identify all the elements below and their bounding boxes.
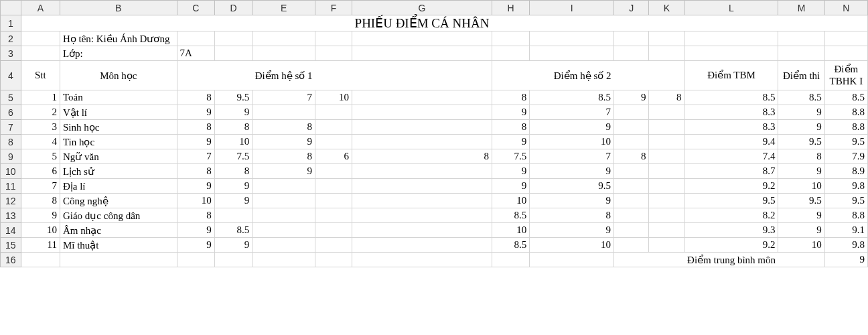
row-header-1[interactable]: 1 (1, 15, 21, 31)
cell-h1-3[interactable] (252, 179, 315, 194)
cell-h1-1[interactable]: 9 (177, 238, 214, 253)
cell-tbhk[interactable]: 8.5 (824, 90, 867, 105)
cell-stt[interactable]: 11 (21, 238, 60, 253)
cell-tbhk[interactable]: 9.8 (824, 179, 867, 194)
cell-h1-2[interactable] (214, 208, 252, 223)
cell-h1-1[interactable]: 8 (177, 90, 214, 105)
cell-h2-4[interactable] (649, 208, 684, 223)
cell-stt[interactable]: 3 (21, 120, 60, 135)
spreadsheet-grid[interactable]: A B C D E F G H I J K L M N 1 PHIẾU ĐIỂM… (0, 0, 868, 267)
page-title[interactable]: PHIẾU ĐIỂM CÁ NHÂN (352, 15, 492, 31)
cell-h1-4[interactable] (315, 238, 352, 253)
hdr-mon[interactable]: Môn học (60, 61, 177, 90)
class-value[interactable]: 7A (177, 46, 214, 61)
row-header-13[interactable]: 13 (1, 208, 21, 223)
cell-h2-3[interactable] (614, 179, 649, 194)
col-header-L[interactable]: L (684, 1, 778, 15)
cell-tbm[interactable]: 8.3 (684, 105, 778, 120)
cell-tbhk[interactable]: 8.8 (824, 105, 867, 120)
cell-h2-2[interactable]: 8.5 (530, 90, 614, 105)
cell-h1-2[interactable]: 9 (214, 194, 252, 208)
cell-h2-4[interactable] (649, 149, 684, 164)
cell-h1-3[interactable] (252, 194, 315, 208)
cell-thi[interactable]: 9 (778, 105, 824, 120)
cell-tbhk[interactable]: 8.9 (824, 164, 867, 179)
cell-h2-1[interactable]: 8.5 (492, 238, 529, 253)
cell-h1-5[interactable] (352, 238, 492, 253)
cell-h2-2[interactable]: 9 (530, 194, 614, 208)
cell-h1-4[interactable]: 6 (315, 149, 352, 164)
row-header-3[interactable]: 3 (1, 46, 21, 61)
row-header-16[interactable]: 16 (1, 253, 21, 267)
row-header-10[interactable]: 10 (1, 164, 21, 179)
cell-tbhk[interactable]: 8.8 (824, 120, 867, 135)
cell-tbhk[interactable]: 8.8 (824, 208, 867, 223)
cell-h2-2[interactable]: 8 (530, 208, 614, 223)
cell-h1-1[interactable]: 9 (177, 105, 214, 120)
cell-h1-4[interactable] (315, 105, 352, 120)
cell-tbm[interactable]: 7.4 (684, 149, 778, 164)
cell-h2-2[interactable]: 9 (530, 120, 614, 135)
cell-tbm[interactable]: 8.3 (684, 120, 778, 135)
cell-h1-4[interactable] (315, 120, 352, 135)
cell-h2-4[interactable] (649, 223, 684, 238)
cell-tbhk[interactable]: 9.8 (824, 238, 867, 253)
cell-h1-5[interactable] (352, 105, 492, 120)
cell-h2-3[interactable] (614, 120, 649, 135)
cell-h2-1[interactable]: 7.5 (492, 149, 529, 164)
cell-tbm[interactable]: 9.5 (684, 194, 778, 208)
col-header-D[interactable]: D (214, 1, 252, 15)
cell-thi[interactable]: 8.5 (778, 90, 824, 105)
cell-thi[interactable]: 9.5 (778, 135, 824, 149)
cell-h1-4[interactable] (315, 164, 352, 179)
cell-tbm[interactable]: 8.7 (684, 164, 778, 179)
class-label[interactable]: Lớp: (60, 46, 177, 61)
row-header-14[interactable]: 14 (1, 223, 21, 238)
row-header-4[interactable]: 4 (1, 61, 21, 90)
cell-h2-2[interactable]: 10 (530, 135, 614, 149)
footer-value[interactable]: 9 (824, 253, 867, 267)
row-header-5[interactable]: 5 (1, 90, 21, 105)
cell-h1-5[interactable] (352, 120, 492, 135)
cell-h1-5[interactable] (352, 194, 492, 208)
col-header-A[interactable]: A (21, 1, 60, 15)
row-header-2[interactable]: 2 (1, 31, 21, 46)
cell-h1-5[interactable] (352, 208, 492, 223)
cell-subject-name[interactable]: Toán (60, 90, 177, 105)
cell-h2-4[interactable] (649, 238, 684, 253)
row-header-12[interactable]: 12 (1, 194, 21, 208)
cell-h2-1[interactable]: 9 (492, 105, 529, 120)
cell-h1-5[interactable] (352, 135, 492, 149)
row-header-7[interactable]: 7 (1, 120, 21, 135)
cell-h1-5[interactable] (352, 90, 492, 105)
cell-h2-2[interactable]: 9 (530, 164, 614, 179)
cell-h1-3[interactable] (252, 238, 315, 253)
cell-h1-2[interactable]: 10 (214, 135, 252, 149)
cell-thi[interactable]: 8 (778, 149, 824, 164)
cell-h2-1[interactable]: 10 (492, 194, 529, 208)
cell-h2-1[interactable]: 10 (492, 223, 529, 238)
row-header-9[interactable]: 9 (1, 149, 21, 164)
cell-h1-1[interactable]: 8 (177, 208, 214, 223)
cell-h2-4[interactable] (649, 105, 684, 120)
cell-h2-1[interactable]: 9 (492, 164, 529, 179)
cell-stt[interactable]: 8 (21, 194, 60, 208)
cell-tbm[interactable]: 8.2 (684, 208, 778, 223)
cell-h2-2[interactable]: 9.5 (530, 179, 614, 194)
cell-h2-4[interactable] (649, 194, 684, 208)
cell-h1-1[interactable]: 10 (177, 194, 214, 208)
cell-h1-5[interactable] (352, 164, 492, 179)
cell-h1-1[interactable]: 7 (177, 149, 214, 164)
cell-h1-3[interactable]: 8 (252, 120, 315, 135)
cell-h1-3[interactable] (252, 223, 315, 238)
cell-h1-2[interactable]: 8 (214, 164, 252, 179)
cell-h2-1[interactable]: 9 (492, 135, 529, 149)
cell-subject-name[interactable]: Tin học (60, 135, 177, 149)
cell-h1-5[interactable] (352, 179, 492, 194)
cell-tbhk[interactable]: 9.5 (824, 135, 867, 149)
row-header-11[interactable]: 11 (1, 179, 21, 194)
cell-h2-2[interactable]: 9 (530, 223, 614, 238)
col-header-K[interactable]: K (649, 1, 684, 15)
cell-h2-2[interactable]: 10 (530, 238, 614, 253)
cell-h1-5[interactable]: 8 (352, 149, 492, 164)
